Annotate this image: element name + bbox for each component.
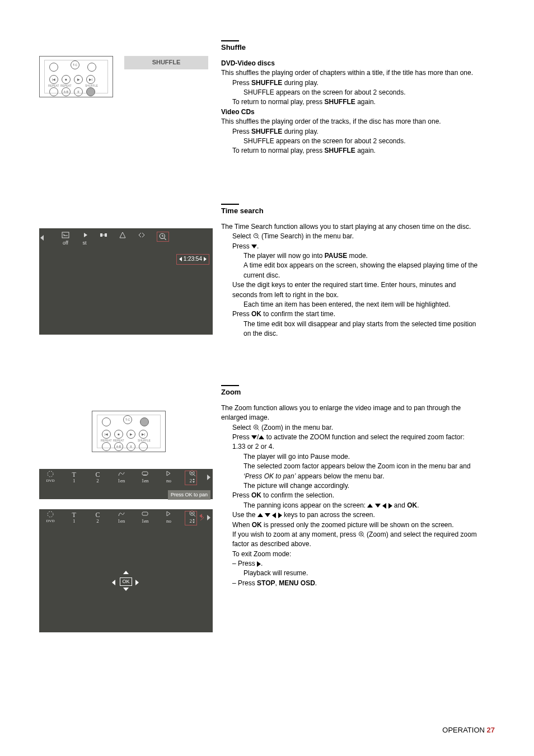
text: To exit Zoom mode:: [221, 550, 479, 559]
text: This shuffles the playing order of chapt…: [221, 68, 479, 78]
svg-rect-0: [62, 232, 69, 238]
text: The selected zoom factor appears below t…: [221, 462, 479, 481]
text: Select (Zoom) in the menu bar.: [221, 423, 479, 433]
text: The player will go into Pause mode.: [221, 452, 479, 462]
text: Press SHUFFLE during play.: [221, 78, 479, 88]
zoom-magnifier-icon: [358, 531, 365, 538]
svg-point-8: [144, 475, 146, 476]
text: – Press STOP, MENU OSD.: [221, 579, 479, 588]
zoom-magnifier-icon: [253, 424, 260, 431]
remote-shuffle-illustration: T-C |◀ ■ ▶ ▶| REPEAT REPEAT SHUFFLE A-B …: [39, 56, 113, 97]
section-title-shuffle: Shuffle: [221, 43, 479, 53]
text: Press / to activate the ZOOM function an…: [221, 433, 479, 452]
time-search-icon: [157, 232, 169, 242]
text: – Press .: [221, 559, 479, 569]
text: Select (Time Search) in the menu bar.: [221, 232, 479, 241]
svg-point-5: [48, 471, 53, 477]
zoom-bar-press-ok: DVD T1 C2 1en 1en no 2 Press OK to pan: [39, 469, 213, 499]
text: The time edit box will disappear and pla…: [221, 320, 479, 339]
press-ok-to-pan-label: Press OK to pan: [168, 490, 210, 500]
text: The panning icons appear on the screen: …: [221, 501, 479, 510]
page-footer: OPERATION 27: [442, 725, 495, 736]
down-arrow-icon: [251, 245, 257, 248]
text: To return to normal play, press SHUFFLE …: [221, 97, 479, 107]
section-title-zoom: Zoom: [221, 387, 479, 398]
text: The Zoom function allows you to enlarge …: [221, 403, 479, 423]
time-edit-box: 1:23:54: [176, 254, 209, 265]
text: Use the keys to pan across the screen.: [221, 510, 479, 520]
svg-rect-1: [100, 233, 102, 237]
text: Press .: [221, 242, 479, 251]
text: The Time Search function allows you to s…: [221, 222, 479, 232]
text: The player will now go into PAUSE mode.: [221, 251, 479, 261]
svg-point-11: [48, 511, 53, 517]
zoom-pan-illustration: DVD T1 C2 1en 1en no 2 O: [39, 509, 213, 632]
svg-point-7: [143, 475, 144, 476]
text: Playback will resume.: [221, 569, 479, 578]
pan-ok-indicator: OK: [118, 576, 134, 589]
text: A time edit box appears on the screen, s…: [221, 261, 479, 280]
text: If you wish to zoom at any moment, press…: [221, 530, 479, 550]
sub-video-cds: Video CDs: [221, 107, 479, 117]
down-arrow-icon: [251, 435, 257, 439]
text: Press SHUFFLE during play.: [221, 127, 479, 137]
svg-rect-2: [105, 233, 107, 237]
timesearch-illustration: off st 1:23:54: [39, 228, 213, 335]
text: When OK is pressed only the zoomed pictu…: [221, 520, 479, 530]
svg-point-9: [146, 475, 147, 476]
text: Use the digit keys to enter the required…: [221, 280, 479, 300]
text: The picture will change accordingly.: [221, 481, 479, 491]
clock-search-icon: [253, 233, 260, 240]
text: To return to normal play, press SHUFFLE …: [221, 146, 479, 156]
text: Press OK to confirm the start time.: [221, 309, 479, 319]
text: Press OK to confirm the selection.: [221, 491, 479, 500]
remote-zoom-illustration: T-C |◀ ■ ▶ ▶| REPEAT REPEAT SHUFFLE A-B …: [92, 411, 166, 452]
shuffle-key-label: SHUFFLE: [124, 56, 208, 69]
text: Each time an item has been entered, the …: [221, 300, 479, 309]
right-arrow-icon: [257, 561, 261, 567]
text: This shuffles the playing order of the t…: [221, 117, 479, 126]
text: SHUFFLE appears on the screen for about …: [221, 137, 479, 146]
svg-rect-12: [142, 512, 148, 515]
sub-dvd-video: DVD-Video discs: [221, 59, 479, 68]
section-title-timesearch: Time search: [221, 206, 479, 217]
text: SHUFFLE appears on the screen for about …: [221, 88, 479, 97]
up-arrow-icon: [259, 435, 264, 439]
